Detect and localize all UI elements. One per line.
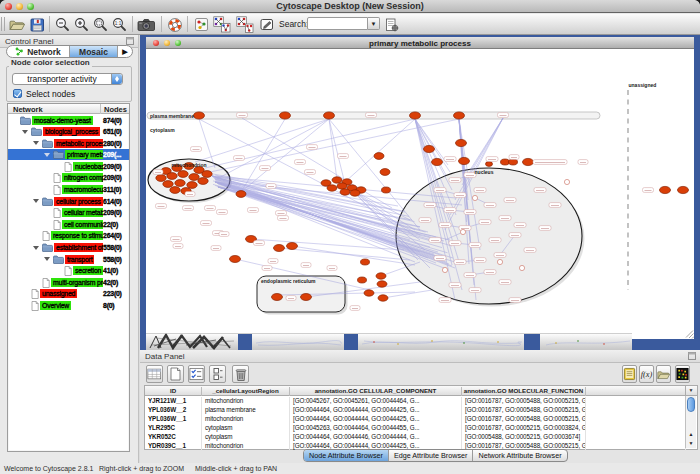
zoom-in-icon[interactable] bbox=[74, 16, 89, 33]
table-scrollbar[interactable]: ▲ ▼ bbox=[685, 396, 696, 448]
network-page-icon[interactable] bbox=[194, 16, 209, 33]
window-titlebar[interactable]: Cytoscape Desktop (New Session) bbox=[0, 0, 700, 13]
network-overlay-a-icon[interactable] bbox=[213, 16, 231, 33]
tab-network[interactable]: Network bbox=[7, 46, 69, 57]
save-icon[interactable] bbox=[30, 16, 45, 33]
tree-expand-icon[interactable] bbox=[44, 257, 50, 261]
toolbar-separator bbox=[132, 16, 133, 32]
camera-icon[interactable] bbox=[137, 16, 156, 33]
float-data-panel-icon[interactable] bbox=[688, 352, 696, 360]
search-dropdown-button[interactable]: ▼ bbox=[368, 17, 380, 30]
tree-row-unassigned[interactable]: unassigned223(0) bbox=[8, 288, 129, 300]
function-builder-icon[interactable]: f(x) bbox=[639, 365, 654, 383]
tree-row-cellular-metabo[interactable]: cellular metabo209(0) bbox=[8, 207, 129, 219]
tree-row-count: 209(... bbox=[103, 150, 121, 159]
cell[interactable] bbox=[586, 442, 686, 451]
table-row-YKR052C[interactable]: YKR052Ccytoplasm[GO:0044464, GO:0044446,… bbox=[145, 432, 697, 441]
tree-row-nitrogen-compo[interactable]: nitrogen compo209(0) bbox=[8, 172, 129, 184]
tree-row-nucleobase-[interactable]: nucleobase-209(0) bbox=[8, 160, 129, 172]
tab-overflow-arrow[interactable]: ▶ bbox=[118, 46, 132, 57]
table-corner-button[interactable]: ▼ bbox=[685, 386, 696, 396]
tab-network-label: Network bbox=[27, 47, 61, 57]
tab-mosaic[interactable]: Mosaic bbox=[69, 46, 118, 57]
network-window-titlebar[interactable]: primary metabolic process bbox=[146, 37, 694, 49]
background-window-edge[interactable] bbox=[238, 334, 252, 350]
tree-col-nodes[interactable]: Nodes bbox=[104, 105, 127, 114]
network-overlay-b-icon[interactable] bbox=[236, 16, 254, 33]
tree-row-primary-metabo[interactable]: primary metabo209(... bbox=[8, 149, 129, 161]
column-header-_cellularLayoutRegion[interactable]: _cellularLayoutRegion bbox=[202, 387, 290, 396]
column-header-blank[interactable] bbox=[586, 387, 686, 396]
svg-text:1:1: 1:1 bbox=[115, 21, 122, 26]
tree-row-macromolecule[interactable]: macromolecule311(0) bbox=[8, 184, 129, 196]
table-row-YPL036W__2[interactable]: YPL036W__2plasma membrane[GO:0044464, GO… bbox=[145, 405, 697, 414]
tree-row-secretion[interactable]: secretion41(0) bbox=[8, 265, 129, 277]
select-attributes-icon[interactable] bbox=[188, 365, 205, 383]
node-color-dropdown[interactable]: transporter activity bbox=[12, 73, 123, 85]
tree-row-count: 311(0) bbox=[103, 185, 121, 194]
column-header-annotation.GO CELLULAR_COMPONENT[interactable]: annotation.GO CELLULAR_COMPONENT bbox=[290, 387, 462, 396]
tree-expand-icon[interactable] bbox=[44, 153, 50, 157]
table-row-YLR295C[interactable]: YLR295Ccytoplasm[GO:0045263, GO:0044464,… bbox=[145, 423, 697, 432]
document-settings-icon[interactable] bbox=[385, 16, 399, 33]
tree-row-label: establishment of lo bbox=[54, 243, 103, 252]
new-attribute-icon[interactable] bbox=[167, 365, 184, 383]
tree-col-network[interactable]: Network bbox=[13, 105, 43, 114]
annotation-icon[interactable] bbox=[260, 16, 274, 33]
column-header-ID[interactable]: ID bbox=[145, 387, 202, 396]
resize-grip-icon[interactable] bbox=[686, 331, 694, 339]
tree-expand-icon[interactable] bbox=[33, 199, 39, 203]
tree-row-metabolic-process[interactable]: metabolic process280(0) bbox=[8, 137, 129, 149]
tree-row-overview[interactable]: Overview8(0) bbox=[8, 300, 129, 312]
tree-row-count: 8(0) bbox=[103, 301, 114, 310]
scroll-down-arrow[interactable]: ▼ bbox=[686, 439, 696, 448]
unselect-attributes-icon[interactable] bbox=[209, 365, 226, 383]
tree-row-establishment-of-lo[interactable]: establishment of lo558(0) bbox=[8, 242, 129, 254]
matrix-icon[interactable] bbox=[675, 365, 690, 383]
main-toolbar: Search: ▼ 1:1 bbox=[0, 14, 700, 35]
tree-row-response-to-stimul[interactable]: response to stimul264(0) bbox=[8, 230, 129, 242]
table-scrollbar-thumb[interactable] bbox=[687, 397, 695, 412]
delete-attribute-icon[interactable] bbox=[232, 365, 249, 383]
search-input[interactable] bbox=[307, 17, 368, 30]
background-windows-strip bbox=[146, 333, 632, 350]
tree-row-mosaic-demo-yeast[interactable]: mosaic-demo-yeast874(0) bbox=[8, 114, 129, 126]
report-icon[interactable] bbox=[622, 365, 637, 383]
network-canvas[interactable]: plasma membranecytoplasmmitochondrionnuc… bbox=[146, 49, 694, 339]
help-lifesaver-icon[interactable] bbox=[167, 16, 183, 33]
tree-row-biological-process[interactable]: biological_process651(0) bbox=[8, 126, 129, 138]
tab-node-attribute-browser[interactable]: Node Attribute Browser bbox=[304, 450, 389, 461]
zoom-fit-icon[interactable] bbox=[93, 16, 108, 33]
tree-row-count: 874(0) bbox=[103, 116, 122, 125]
zoom-out-icon[interactable] bbox=[55, 16, 70, 33]
attr-table-icon[interactable] bbox=[146, 365, 163, 383]
tree-expand-icon[interactable] bbox=[33, 141, 39, 145]
tree-row-cellular-process[interactable]: cellular process614(0) bbox=[8, 195, 129, 207]
nucleus-region[interactable] bbox=[396, 168, 585, 307]
tab-network-attribute-browser[interactable]: Network Attribute Browser bbox=[473, 450, 566, 461]
float-panel-icon[interactable] bbox=[126, 37, 134, 45]
cell[interactable]: YDR039C__1 bbox=[145, 442, 202, 451]
background-window-edge[interactable] bbox=[524, 334, 540, 350]
table-row-YPL036W__1[interactable]: YPL036W__1mitochondrion[GO:0044464, GO:0… bbox=[145, 414, 697, 423]
open-folder-icon[interactable] bbox=[9, 16, 25, 33]
scroll-up-arrow[interactable]: ▲ bbox=[686, 430, 696, 439]
tree-row-multi-organism-pro[interactable]: multi-organism pro42(0) bbox=[8, 276, 129, 288]
tree-expand-icon[interactable] bbox=[33, 246, 39, 250]
toolbar-drag-handle[interactable] bbox=[1, 17, 5, 31]
tree-row-label: mosaic-demo-yeast bbox=[32, 116, 93, 125]
tree-row-cell-communicat[interactable]: cell communicat22(0) bbox=[8, 218, 129, 230]
tree-row-transport[interactable]: transport558(0) bbox=[8, 253, 129, 265]
table-row-YJR121W__1[interactable]: YJR121W__1mitochondrion[GO:0045267, GO:0… bbox=[145, 396, 697, 405]
cell[interactable]: mitochondrion bbox=[202, 442, 290, 451]
network-tab-icon bbox=[15, 47, 24, 56]
import-attributes-icon[interactable] bbox=[656, 365, 671, 383]
tree-expand-icon[interactable] bbox=[22, 130, 28, 134]
zoom-actual-icon[interactable]: 1:1 bbox=[112, 16, 127, 33]
column-header-annotation.GO MOLECULAR_FUNCTION[interactable]: annotation.GO MOLECULAR_FUNCTION bbox=[462, 387, 586, 396]
tree-row-label: nitrogen compo bbox=[62, 173, 103, 182]
dropdown-stepper-icon bbox=[111, 74, 122, 84]
select-nodes-checkbox[interactable] bbox=[13, 89, 22, 98]
background-window-edge[interactable] bbox=[344, 334, 358, 350]
tab-edge-attribute-browser[interactable]: Edge Attribute Browser bbox=[389, 450, 474, 461]
